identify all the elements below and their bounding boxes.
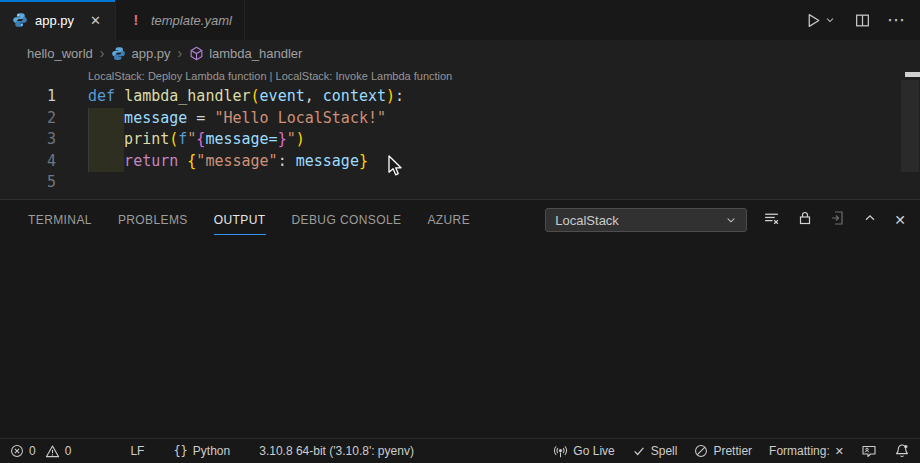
code-token: ) [386, 87, 395, 105]
code-token: : [395, 87, 404, 105]
codelens-localstack-actions[interactable]: LocalStack: Deploy Lambda function | Loc… [88, 66, 920, 86]
braces-icon: {} [173, 444, 187, 458]
line-number[interactable]: 2 [0, 108, 56, 130]
editor-actions: ⋯ [805, 0, 920, 40]
code-token: ( [251, 87, 260, 105]
python-icon [12, 12, 28, 28]
clear-output-icon[interactable] [763, 210, 780, 231]
code-token: } [278, 130, 287, 148]
warning-count: 0 [65, 444, 72, 458]
code-token: : [278, 152, 296, 170]
feedback-button[interactable] [861, 443, 877, 459]
close-panel-icon[interactable]: ✕ [894, 212, 906, 228]
chevron-down-icon [725, 214, 737, 226]
spell-checker-status[interactable]: Spell [632, 444, 678, 458]
code-text[interactable]: print(f"{message=}") [88, 129, 305, 151]
python-icon [111, 46, 126, 61]
code-token: = [187, 109, 214, 127]
python-interpreter[interactable]: 3.10.8 64-bit ('3.10.8': pyenv) [259, 444, 414, 458]
language-mode[interactable]: {} Python [173, 444, 230, 458]
formatting-status[interactable]: Formatting: ✕ [769, 444, 844, 458]
tab-template-yaml[interactable]: ! template.yaml [116, 0, 245, 40]
code-lines: 1def lambda_handler(event, context):2mes… [0, 86, 920, 194]
prettier-status[interactable]: Prettier [694, 444, 752, 458]
panel-tab-problems[interactable]: PROBLEMS [118, 200, 188, 240]
line-number[interactable]: 1 [0, 86, 56, 108]
code-line[interactable]: 2message = "Hello LocalStack!" [0, 108, 920, 130]
code-token: print [124, 130, 169, 148]
code-token: lambda_handler [124, 87, 250, 105]
close-tab-icon[interactable]: ✕ [88, 12, 103, 29]
editor-scrollbar[interactable] [905, 72, 920, 77]
panel-tab-output[interactable]: OUTPUT [214, 200, 266, 240]
output-channel-dropdown[interactable]: LocalStack [545, 208, 747, 232]
broadcast-icon [553, 444, 568, 459]
code-token: def [88, 87, 124, 105]
split-editor-icon[interactable] [854, 12, 871, 29]
bell-dot-icon [894, 443, 910, 459]
indent-highlight [88, 151, 124, 173]
code-token: " [187, 130, 196, 148]
panel-header: TERMINAL PROBLEMS OUTPUT DEBUG CONSOLE A… [0, 200, 920, 240]
breadcrumb-separator: › [100, 45, 105, 61]
breadcrumb-folder[interactable]: hello_world [27, 46, 93, 61]
editor-tab-bar: app.py ✕ ! template.yaml ⋯ [0, 0, 920, 40]
status-bar: 0 0 LF {} Python 3.10.8 64-bit ('3.10.8'… [0, 438, 920, 463]
panel-tab-terminal[interactable]: TERMINAL [28, 200, 92, 240]
code-token: } [359, 152, 368, 170]
scroll-lock-icon[interactable] [797, 210, 813, 230]
code-token: message [124, 109, 187, 127]
code-token: { [187, 152, 196, 170]
run-dropdown-chevron-icon[interactable] [824, 14, 836, 26]
code-token: "Hello LocalStack!" [214, 109, 386, 127]
indent-highlight [88, 129, 124, 151]
code-token: return [124, 152, 187, 170]
line-number[interactable]: 3 [0, 129, 56, 151]
code-token: ( [169, 130, 178, 148]
output-panel-content[interactable] [0, 240, 920, 438]
code-line[interactable]: 3print(f"{message=}") [0, 129, 920, 151]
minimap[interactable] [901, 80, 919, 172]
run-python-file-button[interactable] [805, 12, 822, 29]
breadcrumb-file[interactable]: app.py [111, 46, 170, 61]
code-token: "message" [196, 152, 277, 170]
breadcrumb: hello_world › app.py › lambda_handler [0, 40, 920, 66]
error-count: 0 [29, 444, 36, 458]
code-token: event [260, 87, 305, 105]
panel-action-icons: ✕ [763, 210, 906, 231]
breadcrumb-symbol[interactable]: lambda_handler [189, 46, 302, 61]
code-token: context [323, 87, 386, 105]
problems-status[interactable]: 0 0 [10, 444, 71, 459]
tab-label: template.yaml [151, 13, 232, 28]
code-line[interactable]: 1def lambda_handler(event, context): [0, 86, 920, 108]
panel-tab-azure[interactable]: AZURE [427, 200, 470, 240]
formatting-off-icon: ✕ [835, 445, 844, 458]
open-output-in-editor-icon[interactable] [830, 210, 846, 230]
notifications-button[interactable] [894, 443, 910, 459]
code-token: ) [296, 130, 305, 148]
vscode-window: app.py ✕ ! template.yaml ⋯ hello_wo [0, 0, 920, 463]
code-line[interactable]: 4return {"message": message} [0, 151, 920, 173]
error-icon [10, 444, 24, 458]
code-line[interactable]: 5 [0, 172, 920, 194]
code-text[interactable]: def lambda_handler(event, context): [88, 86, 404, 108]
code-token: message [205, 130, 268, 148]
maximize-panel-icon[interactable] [863, 211, 877, 229]
code-token: = [269, 130, 278, 148]
line-number[interactable]: 5 [0, 172, 56, 194]
code-text[interactable]: return {"message": message} [88, 151, 368, 173]
go-live-button[interactable]: Go Live [553, 444, 614, 459]
tab-app-py[interactable]: app.py ✕ [0, 0, 116, 40]
feedback-icon [861, 443, 877, 459]
code-token: message [296, 152, 359, 170]
line-number[interactable]: 4 [0, 151, 56, 173]
eol-indicator[interactable]: LF [130, 444, 144, 458]
tab-label: app.py [35, 13, 74, 28]
code-editor[interactable]: LocalStack: Deploy Lambda function | Loc… [0, 66, 920, 199]
code-text[interactable]: message = "Hello LocalStack!" [88, 108, 386, 130]
panel-tab-debug-console[interactable]: DEBUG CONSOLE [292, 200, 402, 240]
yaml-warning-icon: ! [128, 12, 144, 28]
indent-highlight [88, 108, 124, 130]
more-actions-icon[interactable]: ⋯ [887, 9, 906, 31]
breadcrumb-separator: › [177, 45, 182, 61]
